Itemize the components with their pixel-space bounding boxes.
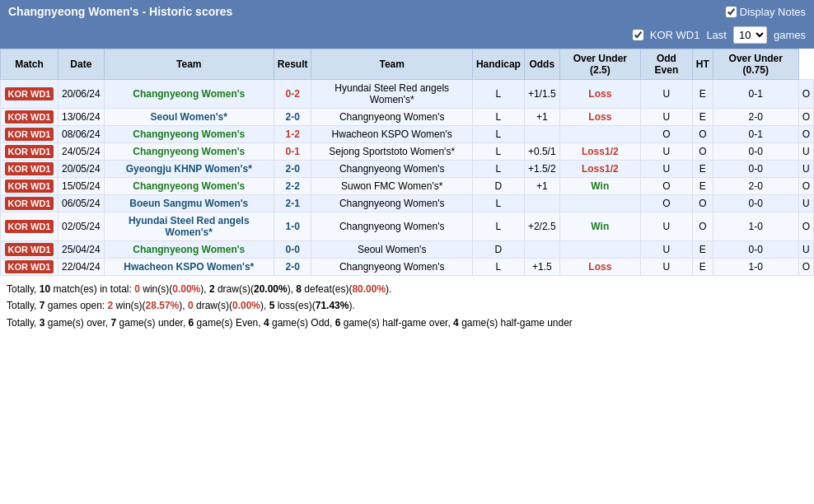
ht-cell: 0-0 [713,241,798,259]
ou25-cell: O [641,178,693,195]
table-row: KOR WD120/06/24Changnyeong Women's0-2Hyu… [1,80,814,109]
date-cell: 24/05/24 [58,143,105,161]
handicap-cell: +1/1.5 [524,80,559,109]
result-cell: 2-0 [274,161,311,178]
ou25-cell: U [641,161,693,178]
date-cell: 06/05/24 [58,195,105,212]
team1-cell: Boeun Sangmu Women's [104,195,274,212]
handicap-cell [524,241,559,259]
ht-cell: 1-0 [713,259,798,276]
match-badge-cell: KOR WD1 [1,143,58,161]
result-cell: 0-1 [274,143,311,161]
date-cell: 02/05/24 [58,212,105,241]
col-ou075: Over Under (0.75) [713,49,798,80]
team2-cell: Hyundai Steel Red angels Women's* [311,80,472,109]
match-badge-cell: KOR WD1 [1,126,58,143]
footer-line1: Totally, 10 match(es) in total: 0 win(s)… [7,281,807,297]
table-row: KOR WD124/05/24Changnyeong Women's0-1Sej… [1,143,814,161]
ht-cell: 0-0 [713,143,798,161]
outcome-cell: L [472,143,524,161]
odds-cell: Loss [559,259,640,276]
display-notes-checkbox[interactable] [726,7,737,17]
match-badge: KOR WD1 [5,197,54,210]
col-odds: Odds [524,49,559,80]
filter-bar: KOR WD1 Last 10 20 30 games [0,23,814,49]
ou25-cell: U [641,259,693,276]
odds-cell: Win [559,178,640,195]
result-cell: 1-0 [274,212,311,241]
match-badge: KOR WD1 [5,180,54,193]
match-badge: KOR WD1 [5,87,54,100]
header-title: Changnyeong Women's - Historic scores [8,5,232,18]
team2-cell: Changnyeong Women's [311,109,472,126]
col-team1: Team [104,49,274,80]
date-cell: 15/05/24 [58,178,105,195]
odds-cell: Loss1/2 [559,161,640,178]
team1-cell: Changnyeong Women's [104,143,274,161]
ht-cell: 0-1 [713,80,798,109]
header: Changnyeong Women's - Historic scores Di… [0,0,814,23]
handicap-cell [524,195,559,212]
ou075-cell: O [798,212,813,241]
table-row: KOR WD122/04/24Hwacheon KSPO Women's*2-0… [1,259,814,276]
display-notes-label: Display Notes [740,6,806,18]
match-badge: KOR WD1 [5,162,54,175]
match-badge: KOR WD1 [5,243,54,256]
result-cell: 0-0 [274,241,311,259]
match-badge-cell: KOR WD1 [1,161,58,178]
team2-cell: Seoul Women's [311,241,472,259]
table-row: KOR WD115/05/24Changnyeong Women's2-2Suw… [1,178,814,195]
outcome-cell: L [472,195,524,212]
team1-cell: Seoul Women's* [104,109,274,126]
team2-cell: Changnyeong Women's [311,161,472,178]
handicap-cell: +1.5 [524,259,559,276]
games-select[interactable]: 10 20 30 [733,26,767,44]
result-cell: 2-0 [274,109,311,126]
ou075-cell: U [798,161,813,178]
ou075-cell: O [798,126,813,143]
odds-cell: Loss [559,109,640,126]
oe-cell: E [692,80,713,109]
odds-cell [559,126,640,143]
ou075-cell: U [798,195,813,212]
last-label: Last [706,29,727,41]
handicap-cell: +1.5/2 [524,161,559,178]
team1-cell: Changnyeong Women's [104,241,274,259]
team2-cell: Hwacheon KSPO Women's [311,126,472,143]
team1-cell: Hwacheon KSPO Women's* [104,259,274,276]
team1-cell: Changnyeong Women's [104,80,274,109]
ou075-cell: O [798,259,813,276]
table-row: KOR WD102/05/24Hyundai Steel Red angels … [1,212,814,241]
result-cell: 0-2 [274,80,311,109]
date-cell: 22/04/24 [58,259,105,276]
ou25-cell: O [641,195,693,212]
footer: Totally, 10 match(es) in total: 0 win(s)… [0,276,814,336]
team1-cell: Hyundai Steel Red angels Women's* [104,212,274,241]
oe-cell: O [692,126,713,143]
league-filter-label: KOR WD1 [650,29,700,41]
team2-cell: Suwon FMC Women's* [311,178,472,195]
outcome-cell: L [472,80,524,109]
league-filter-checkbox[interactable] [633,30,643,40]
result-cell: 2-1 [274,195,311,212]
table-row: KOR WD125/04/24Changnyeong Women's0-0Seo… [1,241,814,259]
outcome-cell: L [472,259,524,276]
oe-cell: E [692,109,713,126]
oe-cell: E [692,178,713,195]
ou25-cell: U [641,212,693,241]
match-badge-cell: KOR WD1 [1,195,58,212]
match-badge: KOR WD1 [5,145,54,158]
oe-cell: O [692,143,713,161]
ht-cell: 0-1 [713,126,798,143]
footer-line3: Totally, 3 game(s) over, 7 game(s) under… [7,315,807,331]
outcome-cell: L [472,126,524,143]
match-badge-cell: KOR WD1 [1,178,58,195]
ou25-cell: U [641,143,693,161]
ou25-cell: U [641,109,693,126]
match-badge-cell: KOR WD1 [1,259,58,276]
odds-cell [559,241,640,259]
oe-cell: E [692,259,713,276]
odds-cell [559,195,640,212]
display-notes-control[interactable]: Display Notes [726,6,806,18]
outcome-cell: L [472,109,524,126]
